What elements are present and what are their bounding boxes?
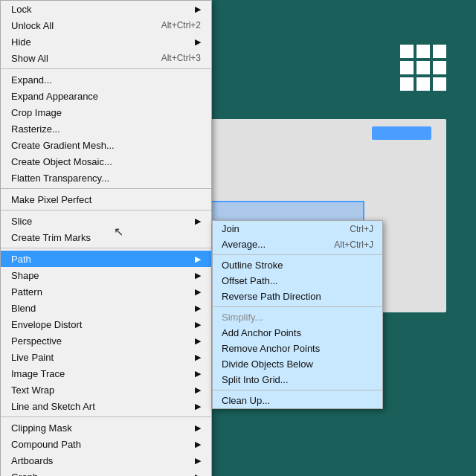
menu-item-crop-image[interactable]: Crop Image [1, 104, 211, 120]
path-menu-item-split-into-grid[interactable]: Split Into Grid... [213, 372, 382, 387]
menu-label-hide: Hide [11, 36, 31, 48]
menu-item-expand[interactable]: Expand... [1, 71, 211, 88]
separator [1, 416, 211, 417]
menu-item-envelope-distort[interactable]: Envelope Distort▶ [1, 316, 211, 332]
arrow-icon-live-paint: ▶ [195, 353, 201, 362]
menu-label-image-trace: Image Trace [11, 368, 65, 379]
menu-label-compound-path: Compound Path [11, 439, 81, 450]
menu-item-path[interactable]: Path▶ [1, 251, 211, 267]
arrow-icon-pattern: ▶ [195, 287, 201, 297]
path-label-offset-path: Offset Path... [222, 275, 278, 286]
arrow-icon-lock: ▶ [195, 4, 201, 14]
menu-label-slice: Slice [11, 216, 32, 227]
path-menu-item-offset-path[interactable]: Offset Path... [213, 273, 382, 289]
menu-label-rasterize: Rasterize... [11, 123, 60, 135]
menu-item-shape[interactable]: Shape▶ [1, 267, 211, 283]
arrow-icon-path: ▶ [195, 254, 201, 264]
context-menu: Lock▶Unlock AllAlt+Ctrl+2Hide▶Show AllAl… [0, 0, 212, 476]
menu-item-perspective[interactable]: Perspective▶ [1, 332, 211, 349]
menu-item-slice[interactable]: Slice▶ [1, 213, 211, 229]
path-menu-item-add-anchor-points[interactable]: Add Anchor Points [213, 325, 382, 341]
path-menu-item-remove-anchor-points[interactable]: Remove Anchor Points [213, 341, 382, 356]
menu-item-artboards[interactable]: Artboards▶ [1, 452, 211, 469]
menu-label-show-all: Show All [11, 53, 48, 64]
path-shortcut-average: Alt+Ctrl+J [334, 239, 373, 250]
path-menu-item-clean-up[interactable]: Clean Up... [213, 393, 382, 408]
path-menu-item-average[interactable]: Average...Alt+Ctrl+J [213, 237, 382, 252]
menu-item-expand-appearance[interactable]: Expand Appearance [1, 88, 211, 104]
menu-label-live-paint: Live Paint [11, 352, 54, 363]
menu-item-line-sketch-art[interactable]: Line and Sketch Art▶ [1, 398, 211, 414]
path-label-add-anchor-points: Add Anchor Points [222, 327, 301, 338]
menu-label-flatten-transparency: Flatten Transparency... [11, 173, 109, 184]
path-menu-item-outline-stroke[interactable]: Outline Stroke [213, 257, 382, 273]
shortcut-unlock-all: Alt+Ctrl+2 [161, 20, 201, 30]
menu-item-text-wrap[interactable]: Text Wrap▶ [1, 382, 211, 398]
menu-item-graph[interactable]: Graph▶ [1, 469, 211, 476]
menu-label-expand-appearance: Expand Appearance [11, 91, 98, 102]
menu-item-live-paint[interactable]: Live Paint▶ [1, 349, 211, 365]
menu-label-perspective: Perspective [11, 335, 62, 347]
path-menu-item-join[interactable]: JoinCtrl+J [213, 221, 382, 237]
menu-item-unlock-all[interactable]: Unlock AllAlt+Ctrl+2 [1, 17, 211, 33]
menu-item-create-gradient-mesh[interactable]: Create Gradient Mesh... [1, 137, 211, 153]
menu-item-image-trace[interactable]: Image Trace▶ [1, 365, 211, 382]
menu-item-blend[interactable]: Blend▶ [1, 300, 211, 316]
menu-item-clipping-mask[interactable]: Clipping Mask▶ [1, 419, 211, 436]
arrow-icon-envelope-distort: ▶ [195, 320, 201, 329]
menu-label-make-pixel-perfect: Make Pixel Perfect [11, 194, 91, 205]
menu-label-blend: Blend [11, 303, 36, 314]
separator [1, 68, 211, 69]
path-label-average: Average... [222, 239, 266, 250]
path-separator [213, 254, 382, 255]
menu-item-compound-path[interactable]: Compound Path▶ [1, 436, 211, 452]
arrow-icon-compound-path: ▶ [195, 440, 201, 449]
grid-icon [400, 45, 446, 91]
menu-label-clipping-mask: Clipping Mask [11, 422, 72, 434]
menu-item-pattern[interactable]: Pattern▶ [1, 283, 211, 300]
arrow-icon-shape: ▶ [195, 271, 201, 280]
separator [1, 188, 211, 189]
menu-label-lock: Lock [11, 4, 31, 15]
shortcut-show-all: Alt+Ctrl+3 [161, 53, 201, 63]
path-separator [213, 390, 382, 390]
path-label-outline-stroke: Outline Stroke [222, 260, 283, 271]
menu-item-make-pixel-perfect[interactable]: Make Pixel Perfect [1, 191, 211, 208]
blue-bar [372, 126, 431, 140]
arrow-icon-image-trace: ▶ [195, 369, 201, 379]
arrow-icon-slice: ▶ [195, 216, 201, 226]
menu-label-pattern: Pattern [11, 286, 42, 298]
path-label-split-into-grid: Split Into Grid... [222, 374, 289, 385]
arrow-icon-text-wrap: ▶ [195, 385, 201, 395]
menu-item-flatten-transparency[interactable]: Flatten Transparency... [1, 170, 211, 186]
menu-label-line-sketch-art: Line and Sketch Art [11, 401, 95, 412]
path-separator [213, 306, 382, 307]
menu-label-unlock-all: Unlock All [11, 20, 54, 31]
separator [1, 248, 211, 248]
path-menu-item-reverse-path-direction[interactable]: Reverse Path Direction [213, 289, 382, 304]
menu-label-create-gradient-mesh: Create Gradient Mesh... [11, 140, 115, 151]
menu-item-rasterize[interactable]: Rasterize... [1, 120, 211, 137]
arrow-icon-blend: ▶ [195, 303, 201, 313]
menu-label-create-trim-marks: Create Trim Marks [11, 232, 91, 243]
menu-item-create-object-mosaic[interactable]: Create Object Mosaic... [1, 153, 211, 170]
path-label-remove-anchor-points: Remove Anchor Points [222, 343, 320, 354]
path-menu-item-divide-objects-below[interactable]: Divide Objects Below [213, 356, 382, 372]
separator [1, 210, 211, 210]
menu-label-artboards: Artboards [11, 455, 53, 466]
path-shortcut-join: Ctrl+J [350, 224, 373, 234]
arrow-icon-clipping-mask: ▶ [195, 423, 201, 433]
menu-label-crop-image: Crop Image [11, 107, 62, 118]
menu-item-show-all[interactable]: Show AllAlt+Ctrl+3 [1, 50, 211, 66]
menu-item-create-trim-marks[interactable]: Create Trim Marks [1, 229, 211, 245]
path-menu-item-simplify: Simplify... [213, 309, 382, 325]
menu-label-path: Path [11, 254, 31, 265]
arrow-icon-graph: ▶ [195, 472, 201, 477]
path-label-clean-up: Clean Up... [222, 395, 270, 406]
menu-label-envelope-distort: Envelope Distort [11, 319, 82, 330]
menu-item-hide[interactable]: Hide▶ [1, 33, 211, 50]
menu-item-lock[interactable]: Lock▶ [1, 1, 211, 17]
arrow-icon-perspective: ▶ [195, 336, 201, 346]
menu-label-text-wrap: Text Wrap [11, 385, 54, 396]
path-label-simplify: Simplify... [222, 312, 263, 323]
